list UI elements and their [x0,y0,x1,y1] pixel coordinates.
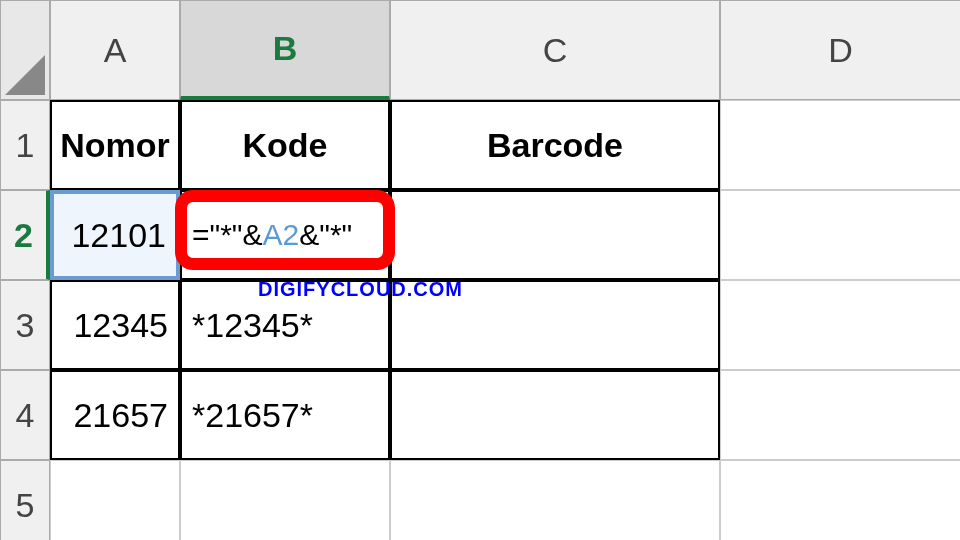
row-header-2[interactable]: 2 [0,190,50,280]
watermark-text: DIGIFYCLOUD.COM [258,278,463,301]
cell-C5[interactable] [390,460,720,540]
col-header-D[interactable]: D [720,0,960,100]
col-header-C[interactable]: C [390,0,720,100]
col-header-A[interactable]: A [50,0,180,100]
cell-D1[interactable] [720,100,960,190]
select-all-corner[interactable] [0,0,50,100]
row-header-5[interactable]: 5 [0,460,50,540]
cell-D5[interactable] [720,460,960,540]
col-header-B[interactable]: B [180,0,390,100]
cell-A3[interactable]: 12345 [50,280,180,370]
cell-D2[interactable] [720,190,960,280]
header-barcode[interactable]: Barcode [390,100,720,190]
header-kode[interactable]: Kode [180,100,390,190]
cell-B4[interactable]: *21657* [180,370,390,460]
header-nomor[interactable]: Nomor [50,100,180,190]
cell-A5[interactable] [50,460,180,540]
cell-C2[interactable] [390,190,720,280]
spreadsheet-grid: A B C D 1 Nomor Kode Barcode 2 12101 ="*… [0,0,960,540]
row-header-3[interactable]: 3 [0,280,50,370]
cell-B5[interactable] [180,460,390,540]
formula-text-1: ="*"& [192,218,263,252]
row-header-4[interactable]: 4 [0,370,50,460]
cell-A2[interactable]: 12101 [50,190,180,280]
formula-text-2: &"*" [299,218,352,252]
cell-C4[interactable] [390,370,720,460]
row-header-1[interactable]: 1 [0,100,50,190]
cell-A4[interactable]: 21657 [50,370,180,460]
cell-D3[interactable] [720,280,960,370]
cell-D4[interactable] [720,370,960,460]
cell-B2[interactable]: ="*"&A2&"*" [180,190,390,280]
formula-cell-ref: A2 [263,218,300,252]
